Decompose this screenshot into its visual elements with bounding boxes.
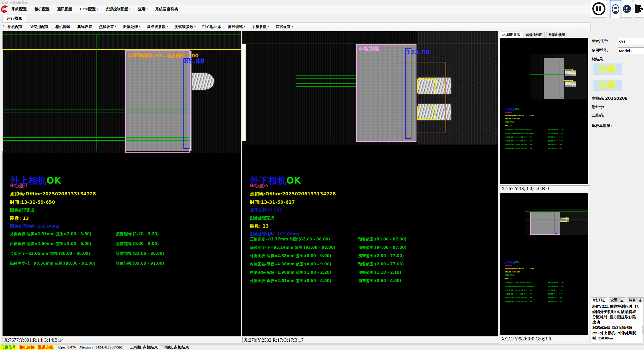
tool-camera-config[interactable]: 相机配置 <box>6 23 24 31</box>
lower-measurements: 正极宽度=83.77mm 范围:(82.00 - 88.00)预警范围:(83.… <box>250 237 496 287</box>
model-field[interactable] <box>618 47 644 54</box>
measurement-row: 内侧正极-隔膜=4.38mm 范围:(0.00 - 9.00)预警范围:(2.0… <box>250 262 496 270</box>
measure-h-line <box>525 222 588 222</box>
trigger-h-line <box>3 49 241 50</box>
warn-range: 预警范围:(2.20 - 3.20) <box>116 232 159 236</box>
baseline-h-line <box>525 212 588 212</box>
tab-highlight-box <box>564 80 573 86</box>
run-log-text: 耗时: 222, 缺陷检测耗时: 17, 缺陷分类耗时: 0, 缺陷提取分区耗时… <box>592 304 640 341</box>
tool-image-process[interactable]: 图像处理▾ <box>121 23 142 31</box>
chevron-down-icon: ▾ <box>268 25 269 28</box>
tool-char-params[interactable]: 字符参数▾ <box>250 23 271 31</box>
menu-bar: 系统配置 相机配置 通讯配置 IO卡配置▾ 光源控制配置▾ 查看▾ 系统语言切换 <box>0 5 644 14</box>
logout-button[interactable] <box>633 0 644 18</box>
camera-name: 外上相机OK <box>10 176 96 185</box>
result-indicator-2: 结果 <box>593 80 622 91</box>
measure-value-text: 123.80 <box>406 49 430 56</box>
model-label: 使用型号: <box>592 48 608 53</box>
upper-camera-image: AI平均阈值:93, 动态阈值:100 85.88 <box>3 31 241 153</box>
virtual-code: 虚拟码:Offline20250208133134728 <box>250 191 336 197</box>
login-user-field[interactable] <box>618 38 644 44</box>
menu-system-config[interactable]: 系统配置 <box>10 5 29 13</box>
result-indicator-1: 结果 <box>593 63 622 75</box>
virtual-code: 虚拟码:Offline20250208133134728 <box>10 191 96 197</box>
window-title: CYS-视觉检测系统 <box>2 1 27 5</box>
chevron-down-icon: ▾ <box>139 25 140 28</box>
title-bar: CYS-视觉检测系统 – ▢ ✕ <box>0 0 644 5</box>
loop-count: 圈数: 13 <box>505 277 586 280</box>
measure-h-line <box>530 74 564 75</box>
app-logo <box>1 5 9 13</box>
measure-h-line <box>525 220 588 220</box>
loop-count: 圈数: 13 <box>10 215 96 221</box>
lower-camera-coords-bar: X:270;Y:2502;R:17;G:17;B:17 <box>242 337 500 343</box>
tab-data-curve[interactable]: 数据曲线图 <box>546 32 567 38</box>
tool-plc-address-lib[interactable]: PLC地址库 <box>200 23 223 31</box>
chevron-down-icon: ▾ <box>194 25 196 28</box>
measurement-row: 隔膜宽度-下=95.24mm 范围:(93.00 - 98.00)预警范围:(9… <box>250 245 496 254</box>
lower-camera-status: 外下相机OK NG次数:0 虚拟码:Offline202502081331347… <box>250 176 336 237</box>
total-result-label: 总结果: <box>592 57 604 62</box>
memory-usage: Memory: 3424.41796875M <box>79 345 123 349</box>
chevron-down-icon: ▾ <box>292 25 293 28</box>
view-tab-row: 运行图像 <box>0 14 644 22</box>
tool-test-item-params[interactable]: 测试项参数▾ <box>173 23 197 31</box>
lower-camera-panel[interactable]: AI检测框 123.80 外下相机OK NG次数:0 虚拟码:Offline20… <box>242 31 498 336</box>
tab-setting-log[interactable]: 设置日志 <box>609 297 625 303</box>
tool-offline-setting[interactable]: 离线设置 <box>75 23 94 31</box>
ng-preview-1[interactable]: 外下相机OK NG次数:0 虚拟码:Offline202502081331347… <box>500 38 588 184</box>
current-user-button[interactable] <box>610 0 621 18</box>
tool-other-settings[interactable]: 其它设置▾ <box>274 23 295 31</box>
menu-light-control-config[interactable]: 光源控制配置▾ <box>104 5 133 13</box>
menu-io-card-config[interactable]: IO卡配置▾ <box>78 5 100 13</box>
heartbeat-status: 心跳信号 <box>0 345 17 350</box>
menu-view[interactable]: 查看▾ <box>136 5 150 13</box>
menu-comm-config[interactable]: 通讯配置 <box>55 5 74 13</box>
tab-ng-screenshot[interactable]: NG截图显示 <box>500 31 522 38</box>
logout-door-icon <box>634 4 643 14</box>
chevron-down-icon: ▾ <box>244 25 245 28</box>
tab-error-log[interactable]: 错误日志 <box>627 297 644 303</box>
measurement-row: 负极宽度=83.05mm 范围:(80.00 - 86.00)预警范围:(81.… <box>10 251 239 261</box>
camera-link-status: 相机连接 <box>19 345 35 350</box>
ng-count: NG次数:0 <box>505 264 586 267</box>
run-log-box[interactable]: 耗时: 222, 缺陷检测耗时: 17, 缺陷分类耗时: 0, 缺陷提取分区耗时… <box>591 303 643 343</box>
tab-highlight-box <box>417 79 436 93</box>
upper-camera-panel[interactable]: AI平均阈值:93, 动态阈值:100 85.88 外上相机OK NG次数:1 … <box>3 31 241 336</box>
user-manage-button[interactable] <box>622 0 632 18</box>
toolbar-grip-handle[interactable] <box>3 24 4 29</box>
log-scrollbar[interactable] <box>642 326 642 334</box>
virtual-code-value: 20250208 <box>605 96 628 101</box>
pause-icon <box>592 2 605 15</box>
warn-range: 预警范围:(94.00 - 97.00) <box>358 245 406 250</box>
ng-count: NG次数:0 <box>505 111 586 114</box>
tab-run-image[interactable]: 运行图像 <box>3 15 26 22</box>
tool-baseline-params[interactable]: 基准线参数▾ <box>145 23 170 31</box>
tool-spot-check-setting[interactable]: 点检设置▾ <box>97 23 118 31</box>
ng-preview-2[interactable]: 外下相机OK NG次数:0 虚拟码:Offline202502081331347… <box>500 193 588 335</box>
loop-count: 圈数: 13 <box>250 223 336 229</box>
menu-camera-config[interactable]: 相机配置 <box>32 5 51 13</box>
chevron-down-icon: ▾ <box>115 25 116 28</box>
process-done: 图像处理完成 <box>10 208 96 213</box>
tool-camera-debug[interactable]: 相机调试 <box>54 23 72 31</box>
tab-material-curve[interactable]: 料线曲线图 <box>524 32 545 38</box>
log-tabs: 运行日志 设置日志 错误日志 <box>591 297 644 303</box>
tab-run-log[interactable]: 运行日志 <box>591 297 607 303</box>
tab-highlight-box <box>560 217 567 222</box>
process-done: 图像处理完成 <box>505 121 586 123</box>
process-elapsed: 图像处理耗时: 183.00ms <box>250 232 336 237</box>
ng-preview-2-coords-bar: X:311;Y:980;R:0;G:0;B:0 <box>500 336 590 342</box>
tool-ai-use-config[interactable]: AI使用配置 <box>27 23 50 31</box>
measure-box-blue <box>183 58 189 149</box>
app-window: CYS-视觉检测系统 – ▢ ✕ 系统配置 相机配置 通讯配置 IO卡配置▾ 光… <box>0 0 644 350</box>
warn-range: 预警范围:(0.00 - 8.00) <box>116 241 159 246</box>
ok-badge: OK <box>286 175 301 186</box>
tool-offline-debug[interactable]: 离线调试▾ <box>226 23 247 31</box>
process-done: 图像处理完成 <box>250 216 336 221</box>
menu-language-switch[interactable]: 系统语言切换 <box>153 5 180 13</box>
chevron-down-icon: ▾ <box>97 8 98 10</box>
measurement-row: 外侧正极-隔膜=4.38mm 范围:(0.00 - 9.00)预警范围:(2.0… <box>250 254 496 262</box>
pause-button[interactable] <box>591 0 607 18</box>
qr-code-label: 二维码: <box>592 113 604 118</box>
